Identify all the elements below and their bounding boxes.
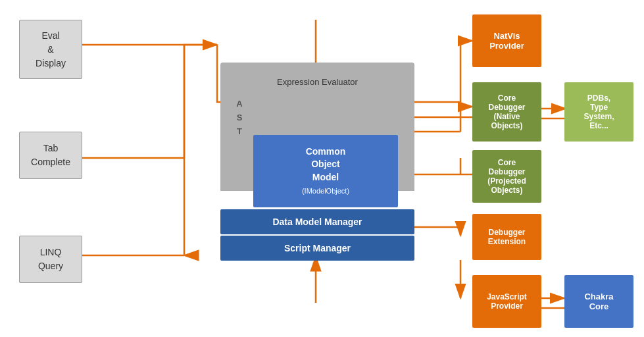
pdbs-label: PDBs,TypeSystem,Etc...: [583, 93, 614, 130]
javascript-provider-box: JavaScriptProvider: [472, 275, 541, 328]
debugger-extension-box: DebuggerExtension: [472, 214, 541, 260]
core-debugger-native-box: CoreDebugger(NativeObjects): [472, 82, 541, 142]
debugger-extension-label: DebuggerExtension: [488, 228, 526, 246]
natvis-provider-label: NatVisProvider: [489, 31, 524, 51]
tab-complete-label: TabComplete: [31, 142, 70, 169]
core-debugger-native-label: CoreDebugger(NativeObjects): [488, 93, 525, 130]
common-object-model-box: CommonObjectModel(IModelObject): [253, 135, 398, 207]
expression-evaluator-label: Expression Evaluator: [277, 77, 358, 87]
script-manager-label: Script Manager: [284, 243, 351, 253]
eval-display-label: Eval&Display: [36, 29, 66, 70]
chakra-core-label: ChakraCore: [584, 292, 613, 311]
expression-evaluator-box: Expression Evaluator: [234, 69, 401, 94]
linq-query-box: LINQQuery: [19, 236, 82, 283]
data-model-manager-label: Data Model Manager: [272, 217, 362, 227]
diagram: Eval&Display TabComplete LINQQuery Expre…: [0, 0, 644, 337]
eval-display-box: Eval&Display: [19, 20, 82, 79]
core-debugger-projected-box: CoreDebugger(ProjectedObjects): [472, 150, 541, 203]
ast-label: AST: [230, 97, 249, 138]
chakra-core-box: ChakraCore: [564, 275, 633, 328]
core-debugger-projected-label: CoreDebugger(ProjectedObjects): [487, 158, 526, 195]
data-model-manager-box: Data Model Manager: [220, 209, 414, 234]
common-object-model-label: CommonObjectModel(IModelObject): [302, 145, 349, 197]
script-manager-box: Script Manager: [220, 236, 414, 261]
pdbs-box: PDBs,TypeSystem,Etc...: [564, 82, 633, 142]
linq-query-label: LINQQuery: [38, 246, 63, 273]
tab-complete-box: TabComplete: [19, 132, 82, 179]
natvis-provider-box: NatVisProvider: [472, 14, 541, 67]
javascript-provider-label: JavaScriptProvider: [487, 292, 527, 311]
